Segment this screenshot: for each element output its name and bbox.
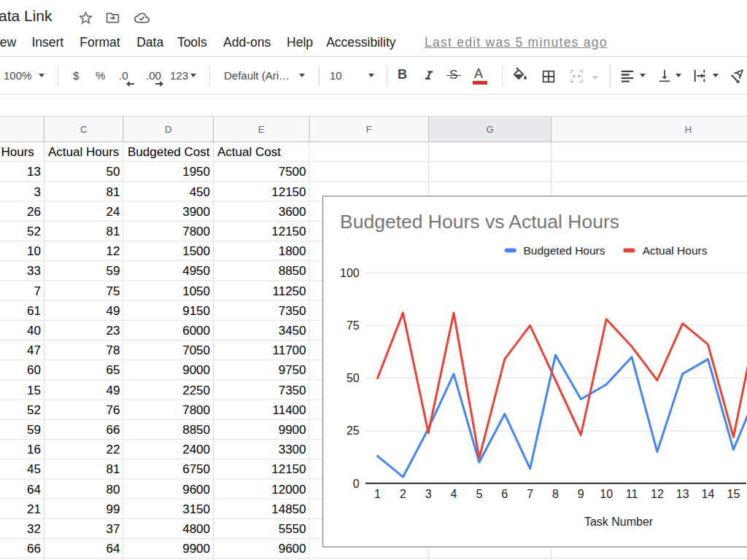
svg-text:47: 47 bbox=[27, 343, 41, 357]
svg-text:76: 76 bbox=[107, 403, 120, 417]
svg-text:99: 99 bbox=[107, 502, 120, 516]
svg-text:49: 49 bbox=[107, 304, 120, 318]
svg-text:G: G bbox=[486, 124, 493, 135]
svg-text:12: 12 bbox=[107, 244, 120, 258]
svg-text:78: 78 bbox=[107, 343, 120, 357]
svg-text:Budgeted Cost: Budgeted Cost bbox=[128, 145, 210, 159]
svg-text:4800: 4800 bbox=[182, 522, 210, 536]
svg-text:3450: 3450 bbox=[279, 324, 306, 338]
svg-text:Budgeted Hours: Budgeted Hours bbox=[524, 244, 605, 257]
svg-text:81: 81 bbox=[107, 185, 120, 199]
svg-text:4950: 4950 bbox=[182, 264, 210, 278]
svg-text:D: D bbox=[165, 124, 171, 135]
svg-text:9150: 9150 bbox=[182, 304, 210, 318]
svg-text:9900: 9900 bbox=[279, 423, 306, 437]
svg-text:60: 60 bbox=[27, 363, 41, 377]
svg-text:32: 32 bbox=[27, 522, 41, 536]
svg-text:13: 13 bbox=[676, 488, 689, 500]
svg-text:64: 64 bbox=[107, 542, 120, 556]
svg-text:14850: 14850 bbox=[271, 502, 306, 516]
svg-text:11250: 11250 bbox=[272, 284, 306, 298]
svg-text:66: 66 bbox=[107, 423, 120, 437]
svg-text:52: 52 bbox=[27, 225, 41, 238]
svg-text:1950: 1950 bbox=[182, 165, 210, 179]
svg-text:9600: 9600 bbox=[279, 542, 306, 556]
svg-text:3: 3 bbox=[34, 185, 41, 199]
svg-text:Actual Hours: Actual Hours bbox=[643, 244, 708, 257]
svg-text:Actual Hours: Actual Hours bbox=[48, 145, 119, 159]
svg-text:9: 9 bbox=[578, 488, 584, 500]
svg-text:8850: 8850 bbox=[182, 423, 210, 437]
svg-text:10: 10 bbox=[600, 488, 613, 500]
svg-text:81: 81 bbox=[107, 462, 120, 476]
svg-text:5550: 5550 bbox=[279, 522, 306, 536]
svg-text:F: F bbox=[366, 124, 372, 135]
svg-text:75: 75 bbox=[107, 284, 120, 298]
svg-text:H: H bbox=[685, 124, 692, 135]
svg-text:6750: 6750 bbox=[182, 462, 210, 476]
svg-text:4: 4 bbox=[451, 488, 457, 500]
svg-text:25: 25 bbox=[347, 424, 360, 437]
svg-text:26: 26 bbox=[27, 205, 41, 219]
svg-text:50: 50 bbox=[107, 165, 120, 179]
svg-text:9600: 9600 bbox=[182, 483, 210, 497]
svg-text:3150: 3150 bbox=[182, 502, 210, 516]
svg-text:59: 59 bbox=[27, 423, 41, 437]
svg-text:12150: 12150 bbox=[271, 185, 306, 199]
svg-text:8: 8 bbox=[552, 488, 559, 500]
svg-text:450: 450 bbox=[190, 185, 210, 199]
svg-text:49: 49 bbox=[107, 384, 120, 397]
svg-text:16: 16 bbox=[27, 443, 41, 456]
svg-text:81: 81 bbox=[107, 225, 120, 238]
svg-text:Budgeted Hours: Budgeted Hours bbox=[0, 145, 34, 159]
svg-text:80: 80 bbox=[107, 483, 120, 497]
svg-text:7050: 7050 bbox=[182, 343, 210, 357]
svg-text:2: 2 bbox=[400, 488, 406, 500]
svg-text:1800: 1800 bbox=[279, 244, 306, 258]
svg-text:15: 15 bbox=[727, 488, 740, 500]
svg-text:8850: 8850 bbox=[279, 264, 306, 278]
svg-text:9750: 9750 bbox=[279, 363, 306, 377]
svg-text:14: 14 bbox=[702, 488, 715, 500]
svg-text:Actual Cost: Actual Cost bbox=[217, 145, 281, 159]
svg-text:75: 75 bbox=[347, 319, 360, 332]
svg-text:12150: 12150 bbox=[271, 462, 306, 476]
svg-text:3600: 3600 bbox=[279, 205, 306, 219]
svg-text:5: 5 bbox=[476, 488, 482, 500]
svg-text:15: 15 bbox=[27, 384, 41, 397]
svg-text:7800: 7800 bbox=[182, 403, 210, 417]
svg-text:6000: 6000 bbox=[182, 324, 210, 338]
svg-text:64: 64 bbox=[27, 483, 41, 497]
svg-text:Budgeted Hours vs Actual Hours: Budgeted Hours vs Actual Hours bbox=[340, 211, 619, 233]
svg-text:6: 6 bbox=[501, 488, 508, 500]
svg-text:3: 3 bbox=[425, 488, 432, 500]
svg-text:12150: 12150 bbox=[271, 225, 306, 238]
svg-text:3900: 3900 bbox=[182, 205, 210, 219]
svg-text:1: 1 bbox=[374, 488, 381, 500]
svg-text:59: 59 bbox=[107, 264, 120, 278]
svg-text:11700: 11700 bbox=[272, 343, 306, 357]
svg-text:100: 100 bbox=[340, 267, 360, 279]
svg-text:66: 66 bbox=[27, 542, 41, 556]
svg-text:7: 7 bbox=[34, 284, 41, 298]
svg-text:10: 10 bbox=[27, 244, 41, 258]
svg-text:21: 21 bbox=[27, 502, 41, 516]
svg-text:33: 33 bbox=[27, 264, 41, 278]
svg-text:11: 11 bbox=[626, 488, 638, 500]
svg-text:13: 13 bbox=[27, 165, 41, 179]
svg-text:1500: 1500 bbox=[182, 244, 210, 258]
svg-text:52: 52 bbox=[27, 403, 41, 417]
svg-text:50: 50 bbox=[347, 372, 360, 384]
svg-text:E: E bbox=[258, 124, 265, 135]
svg-text:12: 12 bbox=[651, 488, 664, 500]
svg-text:61: 61 bbox=[27, 304, 41, 318]
svg-text:23: 23 bbox=[107, 324, 120, 338]
svg-text:11400: 11400 bbox=[272, 403, 306, 417]
svg-text:C: C bbox=[80, 124, 87, 135]
svg-text:7800: 7800 bbox=[182, 225, 210, 238]
svg-text:22: 22 bbox=[107, 443, 120, 456]
svg-text:7350: 7350 bbox=[279, 384, 306, 397]
svg-text:7500: 7500 bbox=[279, 165, 306, 179]
svg-text:7: 7 bbox=[527, 488, 533, 500]
svg-text:2250: 2250 bbox=[182, 384, 210, 397]
